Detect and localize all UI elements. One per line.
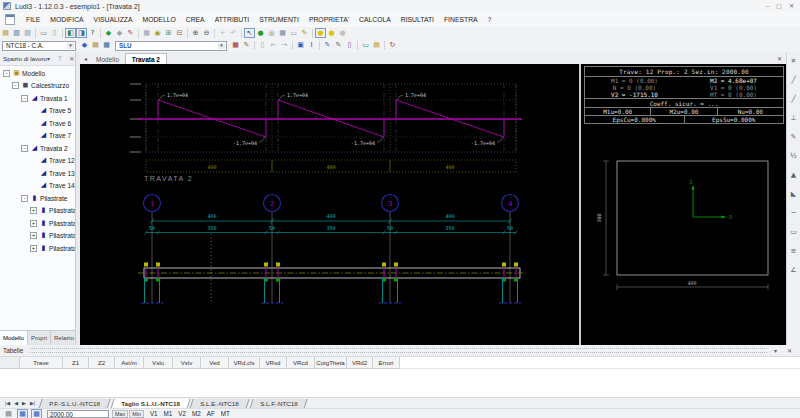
angle-icon[interactable]: ∠ [787,261,800,280]
menu-visualizza[interactable]: VISUALIZZA [89,16,138,23]
column-header-vrsd[interactable]: VRsd [260,357,287,369]
edit-pencil-icon[interactable]: ✎ [299,28,310,38]
tree-item-pilastrata-4[interactable]: +▮Pilastrata 4 [0,242,75,255]
panel-close-icon[interactable]: ✕ [787,52,800,71]
tree-expander[interactable]: - [12,82,19,89]
sheet-nav-icon-3[interactable]: ▶| [30,401,35,406]
sections-icon[interactable]: ▤ [90,41,101,51]
menu-calcola[interactable]: CALCOLA [354,16,396,23]
tree-item-trave-7[interactable]: ◢Trave 7 [0,130,75,143]
tree-item-pilastrata-1[interactable]: +▮Pilastrata 1 [0,205,75,218]
section-i-icon[interactable]: I [306,41,317,51]
table-down-icon[interactable]: ▦ [17,409,28,418]
tables-grid-icon[interactable]: ▦ [277,28,288,38]
column-header-z1[interactable]: Z1 [63,357,89,369]
panel-drag-grip[interactable] [30,348,767,353]
column-header-vrcd[interactable]: VRcd [287,357,315,369]
component-toggle-mt[interactable]: MT [221,411,230,417]
tree-item-trave-12[interactable]: ◢Trave 12 [0,155,75,168]
close-icon[interactable]: ✕ [69,56,74,62]
tree-item-calcestruzzo[interactable]: -◼Calcestruzzo [0,80,75,93]
tree-item-trave-13[interactable]: ◢Trave 13 [0,167,75,180]
tree-item-trave-5[interactable]: ◢Trave 5 [0,105,75,118]
column-tool-icon[interactable]: ▯ [257,41,268,51]
refresh-icon[interactable]: ↻ [387,41,398,51]
component-toggle-m1[interactable]: M1 [164,411,173,417]
pen-dark-icon[interactable]: ✎ [333,41,344,51]
tree-item-modello[interactable]: -▣Modello [0,67,75,80]
print-icon[interactable]: ▭ [38,28,49,38]
load-cases-icon[interactable]: ▦ [101,41,112,51]
options-gear-icon[interactable]: ◎ [266,28,277,38]
light-selected-icon[interactable]: ● [315,28,326,38]
tree-item-trave-14[interactable]: ◢Trave 14 [0,180,75,193]
component-toggle-af[interactable]: AF [207,411,215,417]
menu-strumenti[interactable]: STRUMENTI [254,16,304,23]
tab-scroll-left-icon[interactable]: ◂ [84,55,87,62]
table-body[interactable] [0,369,800,397]
save-icon[interactable]: ▥ [11,28,22,38]
tree-expander[interactable]: + [30,220,37,227]
tree-item-travata-1[interactable]: -◢Travata 1 [0,92,75,105]
tree-expander[interactable]: - [21,95,28,102]
column-header-vrd2[interactable]: VRd2 [347,357,373,369]
tables-panel-header[interactable]: Tabelle ▾✕ [0,345,800,357]
support-icon[interactable]: ⊥ [787,109,800,128]
polyline-icon[interactable]: ╱ [787,90,800,109]
view-wireframe-icon[interactable]: ◨ [76,28,87,38]
sheet-nav-icon-2[interactable]: ▶ [22,401,26,406]
menu-modello[interactable]: MODELLO [138,16,181,23]
tree-expander[interactable]: + [30,245,37,252]
column-header-vrdcls[interactable]: VRd,cls [229,357,260,369]
row-selector-header[interactable] [0,357,20,369]
sheet-tab-s-l-e-ntc18[interactable]: S.L.E.-NTC18 [190,399,250,409]
section-canvas[interactable]: 30040023 Trave: 12 Prop.: 2 Sez.in: 2000… [581,64,786,345]
folder-icon[interactable]: ▤ [371,41,382,51]
minimize-button-icon[interactable]: – [766,3,769,9]
hatch-icon[interactable]: ▲ [787,166,800,185]
pencil-icon[interactable]: ✎ [787,128,800,147]
max-button[interactable]: Max [112,410,128,418]
component-toggle-v1[interactable]: V1 [150,411,158,417]
workspace-tab-propri[interactable]: Propri [28,331,51,345]
min-button[interactable]: Min [129,410,144,418]
pen-blue-icon[interactable]: ✎ [322,41,333,51]
layers-icon[interactable]: ≡ [787,242,800,261]
line-icon[interactable]: ╱ [787,71,800,90]
menu-finestra[interactable]: FINESTRA [439,16,483,23]
print-preview-icon[interactable]: ▯ [49,28,60,38]
column-header-errori[interactable]: Errori [373,357,400,369]
close-button-icon[interactable]: ✕ [789,3,794,9]
component-toggle-m2[interactable]: M2 [192,411,201,417]
tree-item-travata-2[interactable]: -◢Travata 2 [0,142,75,155]
menu-?[interactable]: ? [483,16,497,23]
sheet-tab-taglio-s-l-u-ntc18[interactable]: Taglio S.L.U.-NTC18 [110,399,190,409]
view-shaded-icon[interactable]: ◧ [65,28,76,38]
combination-combo[interactable]: SLU ▼ [115,41,227,51]
beam-box-icon[interactable]: ▣ [295,41,306,51]
menu-crea[interactable]: CREA [181,16,210,23]
copy-icon[interactable]: ▨ [22,28,33,38]
move-left-icon[interactable]: ← [268,41,279,51]
maximize-button-icon[interactable]: ▢ [776,3,782,9]
tree-item-trave-6[interactable]: ◢Trave 6 [0,117,75,130]
select-arrow-icon[interactable]: ↖ [244,28,255,38]
draw-pencil-icon[interactable]: ✎ [125,28,136,38]
light-off-icon[interactable]: ● [337,28,348,38]
table-up-icon[interactable]: ▦ [31,409,42,418]
sheet-tab-s-l-f-ntc18[interactable]: S.L.F.-NTC18 [249,399,308,409]
nodes[interactable]: 1234 [144,195,519,304]
column-header-trave[interactable]: Trave [20,357,63,369]
render-globe-icon[interactable]: ● [255,28,266,38]
view-tab-modello[interactable]: Modello [90,54,125,64]
light-on-icon[interactable]: ● [326,28,337,38]
chevron-down-icon[interactable]: ▼ [67,43,74,49]
drawing-canvas[interactable]: 1.7e+04-1.7e+041.7e+04-1.7e+041.7e+04-1.… [80,64,579,345]
report-doc-icon[interactable]: ▭ [288,28,299,38]
panel-dropdown-icon[interactable]: ▾ [774,348,777,354]
view-close-icon[interactable]: ✕ [777,55,782,62]
selection-rect-icon[interactable]: ▭ [360,41,371,51]
materials-icon[interactable]: ◆ [79,41,90,51]
norm-combo[interactable]: NTC18 - C.A. ▼ [2,41,76,51]
tree-item-pilastrata-2[interactable]: +▮Pilastrata 2 [0,217,75,230]
